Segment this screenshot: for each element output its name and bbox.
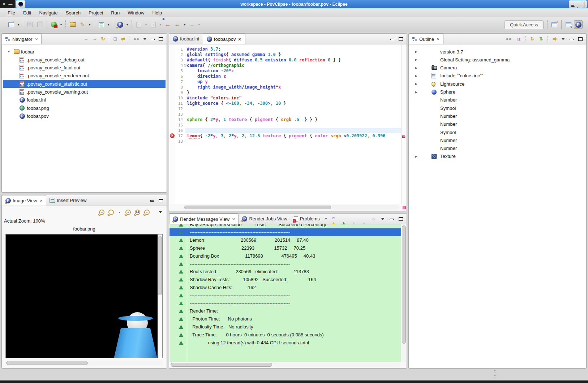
- zoom-out-icon[interactable]: −: [144, 210, 150, 215]
- navigator-item[interactable]: .povray_console_renderer.out: [3, 72, 166, 80]
- image-view-tab-close-icon[interactable]: ✕: [40, 199, 43, 203]
- outline-item[interactable]: ▶version 3.7: [410, 48, 585, 56]
- save-all-button[interactable]: [35, 20, 44, 29]
- menu-file[interactable]: File: [4, 9, 19, 17]
- render-message-row[interactable]: Ray->Shape Intersection Tests Succeeded …: [169, 224, 401, 228]
- filter-render-icon[interactable]: R: [331, 216, 336, 222]
- render-button[interactable]: [50, 20, 58, 29]
- render-message-row[interactable]: Render Time:: [169, 307, 401, 315]
- navigator-tab-close-icon[interactable]: ✕: [35, 37, 38, 41]
- sash-handle[interactable]: [494, 370, 495, 379]
- expander-icon[interactable]: ▶: [415, 58, 417, 61]
- code-line[interactable]: 14sphere { 2*y, 1 texture { pigment { sr…: [169, 117, 401, 122]
- outline-maximize-icon[interactable]: [578, 37, 583, 41]
- new-dropdown-icon[interactable]: ▾: [17, 23, 20, 26]
- code-line[interactable]: 4⊖camera{ //orthographic: [169, 63, 401, 68]
- rendered-image[interactable]: [5, 234, 163, 358]
- zoom-in-icon[interactable]: +: [125, 210, 131, 215]
- render-message-row[interactable]: ----------------------------------------…: [169, 228, 401, 236]
- outline-item[interactable]: ▶Global Setting: assumed_gamma: [410, 56, 585, 64]
- error-overview-mark[interactable]: [402, 135, 405, 138]
- code-line[interactable]: 1#version 3.7;: [169, 47, 401, 52]
- view-menu-icon[interactable]: [143, 38, 147, 40]
- code-line[interactable]: 2global_settings{ assumed_gamma 1.0 }: [169, 52, 401, 57]
- code-line[interactable]: 6 direction z: [169, 74, 401, 79]
- tab-problems[interactable]: Problems: [291, 214, 323, 224]
- filter-warning-icon[interactable]: [351, 216, 356, 222]
- expander-icon[interactable]: ▶: [415, 74, 417, 78]
- outline-menu-icon[interactable]: [561, 38, 565, 40]
- render-messages-tab-close-icon[interactable]: ✕: [232, 217, 235, 221]
- zoom-tool-icon[interactable]: [108, 210, 114, 215]
- table-dropdown-icon[interactable]: ▾: [107, 23, 110, 26]
- code-line[interactable]: 18: [169, 139, 401, 144]
- menu-search[interactable]: Search: [62, 9, 85, 17]
- minimize-view-icon[interactable]: [151, 39, 155, 40]
- next-annotation-dropdown-icon[interactable]: ▾: [144, 23, 148, 26]
- render-dropdown-icon[interactable]: ▾: [59, 23, 63, 26]
- outline-item[interactable]: ▶Camera: [410, 64, 585, 72]
- navigator-item[interactable]: .povray_console_statistic.out: [3, 80, 166, 88]
- navigator-item[interactable]: .povray_console_warning.out: [3, 88, 166, 96]
- navigator-item[interactable]: .povray_console_fatal.out: [3, 64, 166, 72]
- render-message-row[interactable]: Radiosity Time: No radiosity: [169, 323, 401, 331]
- image-vertical-scrollbar[interactable]: [158, 234, 162, 358]
- tab-outline[interactable]: Outline ✕: [409, 34, 443, 44]
- tab-image-view[interactable]: Image View ✕: [2, 195, 46, 206]
- zoom-actual-icon[interactable]: 1:1: [135, 210, 140, 215]
- open-perspective-button[interactable]: [550, 20, 559, 29]
- expander-icon[interactable]: ▶: [415, 155, 417, 158]
- error-marker-icon[interactable]: ✕: [170, 133, 175, 138]
- navigator-item[interactable]: ▼foobar: [3, 48, 166, 56]
- render-message-row[interactable]: Bounding Box 1178698 476495 40.43: [169, 252, 401, 260]
- maximize-icon[interactable]: [584, 1, 584, 8]
- render-view-minimize-icon[interactable]: [390, 219, 394, 220]
- editor-tab-close-icon[interactable]: ✕: [237, 36, 241, 42]
- code-line[interactable]: 9}: [169, 90, 401, 95]
- navigator-item[interactable]: .povray_console_debug.out: [3, 56, 166, 64]
- forward-dropdown-icon[interactable]: ▾: [197, 23, 201, 26]
- filters-icon[interactable]: ●●: [133, 36, 139, 42]
- menu-edit[interactable]: Edit: [19, 9, 35, 17]
- code-line[interactable]: 3#default{ finish{ diffuse 0.5 emission …: [169, 57, 401, 63]
- code-line[interactable]: 15: [169, 122, 401, 128]
- navigator-item[interactable]: foobar.png: [3, 104, 166, 112]
- outline-item[interactable]: ▶Texture: [410, 152, 585, 160]
- outline-item[interactable]: ▶Lightsource: [410, 80, 585, 88]
- pen-dropdown-icon[interactable]: ▾: [88, 23, 91, 26]
- resource-perspective-button[interactable]: [564, 20, 573, 29]
- code-line[interactable]: 10#include "colors.inc": [169, 95, 401, 101]
- outline-item[interactable]: Number: [410, 112, 585, 120]
- next-annotation-button[interactable]: ↓: [134, 20, 143, 29]
- link-with-editor-icon[interactable]: ⇄: [121, 36, 125, 42]
- nav-up-icon[interactable]: ↻: [101, 36, 105, 42]
- render-message-row[interactable]: Photon Time: No photons: [169, 315, 401, 323]
- expander-icon[interactable]: ▶: [415, 90, 417, 94]
- expander-icon[interactable]: ▶: [415, 66, 417, 70]
- render-view-menu-icon[interactable]: [381, 218, 385, 220]
- nav-forward-icon[interactable]: →: [93, 36, 97, 42]
- mark-occurrences-button[interactable]: ✎: [78, 20, 87, 29]
- code-line[interactable]: 17lemon{ -2*y, 3, 2*y, 2, 12.5 texture {…: [169, 133, 401, 139]
- quick-access-box[interactable]: Quick Access: [505, 20, 544, 29]
- outline-filter-icon[interactable]: ●●: [506, 36, 512, 42]
- maximize-view-icon[interactable]: [159, 37, 163, 41]
- tree-sort-icon[interactable]: ⇅: [530, 36, 534, 42]
- fold-icon[interactable]: ⊖: [184, 63, 186, 68]
- previous-annotation-button[interactable]: ↑: [149, 20, 158, 29]
- image-view-maximize-icon[interactable]: [159, 199, 163, 202]
- last-edit-location-button[interactable]: ←: [163, 20, 172, 29]
- zoom-dropdown-icon[interactable]: ▾: [118, 211, 121, 214]
- render-horizontal-scrollbar[interactable]: [170, 362, 401, 367]
- menu-run[interactable]: Run: [107, 9, 124, 17]
- outline-item[interactable]: ▶Include ""colors.inc"": [410, 72, 585, 80]
- editor-minimize-icon[interactable]: [390, 39, 394, 40]
- menu-help[interactable]: Help: [148, 9, 166, 17]
- outline-item[interactable]: Number: [410, 145, 585, 152]
- render-vertical-scrollbar[interactable]: [402, 225, 406, 362]
- outline-item[interactable]: Symbol: [410, 104, 585, 112]
- tab-insert-preview[interactable]: Insert Preview: [46, 195, 90, 206]
- render-message-row[interactable]: Sphere 22393 15732 70.25: [169, 244, 401, 252]
- render-message-row[interactable]: ----------------------------------------…: [169, 299, 401, 307]
- menu-window[interactable]: Window: [124, 9, 148, 17]
